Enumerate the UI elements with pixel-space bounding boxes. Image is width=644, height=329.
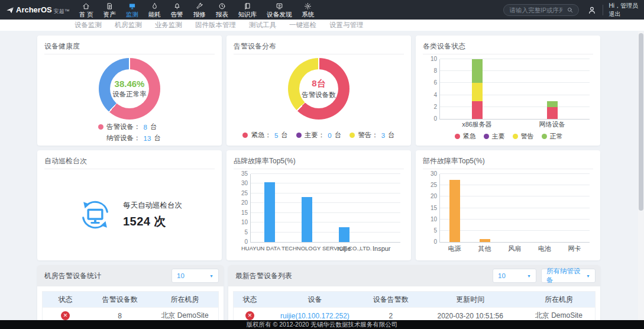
menu-item-monitor[interactable]: 监测: [126, 2, 138, 18]
health-percent-value: 38.46%: [115, 79, 145, 89]
y-axis-tick-label: 25: [241, 191, 248, 196]
legend-label: 正常: [550, 132, 563, 141]
column-header: 所在机房: [151, 292, 218, 307]
y-axis-tick-label: 4: [433, 92, 437, 98]
y-axis-tick-label: 30: [431, 171, 437, 177]
y-axis-tick-label: 0: [244, 239, 248, 245]
menu-item-system-gear[interactable]: 系统: [302, 2, 314, 18]
page-size-select[interactable]: 10 ▼: [171, 269, 219, 283]
table-cell: 2020-03-20 10:51:56: [418, 308, 523, 320]
search-box[interactable]: [503, 4, 579, 16]
chart-legend: 紧急主要警告正常: [423, 132, 594, 141]
room-stats-row: ✕8北京 DemoSite: [43, 307, 218, 320]
room-alarm-table: 状态告警设备数所在机房✕8北京 DemoSite: [42, 291, 219, 320]
logout-button[interactable]: 退出: [609, 10, 638, 18]
chevron-down-icon: ▼: [209, 274, 213, 278]
legend-unit: 台: [150, 122, 157, 131]
menu-item-device-discovery[interactable]: 设备发现: [267, 2, 292, 18]
brand-failure-bar-chart: 05101520253035HUAYUN DATA TECHNOLOGY SER…: [234, 172, 405, 256]
subnav-item-0[interactable]: 设备监测: [75, 22, 102, 29]
x-axis-label: HUAYUN DATA TECHNOLOGY SERVICE CO.,LTD.: [241, 245, 371, 251]
card-title: 机房告警设备统计: [44, 271, 167, 281]
column-header: 设备告警数: [364, 292, 418, 307]
search-input[interactable]: [509, 6, 564, 14]
legend-item: 警告: [513, 132, 534, 141]
menu-item-knowledge-book[interactable]: 知识库: [238, 2, 257, 18]
y-axis-tick-label: 25: [431, 182, 437, 188]
menu-item-label: 告警: [171, 11, 183, 18]
bar-value: [264, 182, 275, 242]
inspection-monitor-refresh-icon: [77, 196, 114, 233]
menu-item-alert-bell[interactable]: 告警: [171, 2, 183, 18]
menu-item-label: 知识库: [238, 11, 257, 18]
chart-plot-area: 051015202530: [439, 174, 590, 243]
health-percent-label: 设备正常率: [112, 90, 147, 99]
x-axis-labels: x86服务器网络设备: [439, 121, 590, 129]
bar-value: [480, 239, 490, 242]
y-axis-tick-label: 30: [241, 180, 248, 186]
scrollbar-thumb[interactable]: [639, 33, 643, 211]
error-status-icon: ✕: [61, 311, 70, 320]
brand-suffix: 安超™: [54, 8, 70, 15]
table-cell: 北京 DemoSite: [151, 308, 218, 320]
menu-item-assets[interactable]: 资产: [103, 2, 116, 18]
subnav-item-3[interactable]: 固件版本管理: [195, 22, 236, 29]
page-size-select[interactable]: 10 ▼: [493, 269, 536, 283]
footer-bar: 版权所有 © 2012-2020 无锡华云数据技术服务有限公司: [0, 320, 644, 329]
gridline: [440, 59, 590, 59]
menu-item-report-clock[interactable]: 报表: [216, 2, 228, 18]
bar: [510, 174, 520, 242]
card-title: 部件故障率Top5(%): [423, 156, 485, 166]
legend-label: 主要: [492, 132, 505, 141]
menu-item-home[interactable]: 首 页: [79, 2, 93, 18]
cards-row-1: 设备健康度 38.46% 设备正常率 告警设备：8台纳管设备：13台 告警设备分…: [37, 36, 600, 146]
subnav-item-2[interactable]: 业务监测: [155, 22, 182, 29]
legend-item: 纳管设备：13台: [98, 134, 161, 143]
subnav-item-6[interactable]: 设置与管理: [329, 22, 364, 29]
legend-label: 主要：: [305, 131, 325, 140]
card-header: 最新告警设备列表 10 ▼ 所有纳管设备 ▼: [228, 265, 600, 286]
card-latest-alarms: 最新告警设备列表 10 ▼ 所有纳管设备 ▼ 状态设备设备告警数更新时间所在机房…: [228, 265, 600, 320]
user-icon[interactable]: [587, 5, 597, 15]
menu-item-repair-wrench[interactable]: 报修: [193, 2, 206, 18]
menu-item-energy[interactable]: 能耗: [148, 2, 161, 18]
top-navbar: ArcherOS 安超™ 首 页资产监测能耗告警报修报表知识库设备发现系统 Hi…: [0, 0, 644, 20]
component-failure-bar-chart: 051015202530电源其他风扇电池网卡: [423, 172, 594, 256]
repair-wrench-icon: [196, 2, 203, 10]
alert-count-label: 告警设备数: [302, 91, 336, 99]
error-status-icon: ✕: [245, 311, 254, 320]
search-icon[interactable]: [567, 7, 574, 14]
legend-item: 正常: [542, 132, 563, 141]
card-device-status: 各类设备状态 0246810x86服务器网络设备紧急主要警告正常: [416, 36, 600, 146]
inspection-count: 1524 次: [123, 214, 182, 230]
bar: [376, 174, 387, 242]
legend-dot-icon: [455, 134, 460, 139]
bar-segment-正常: [547, 101, 558, 107]
device-filter-select[interactable]: 所有纳管设备 ▼: [541, 269, 596, 283]
x-axis-labels: HUAYUN DATA TECHNOLOGY SERVICE CO.,LTD.r…: [250, 245, 400, 253]
monitor-icon: [128, 2, 136, 10]
subnav-item-4[interactable]: 测试工具: [249, 22, 276, 29]
page-scrollbar: [638, 31, 644, 320]
subnav-item-5[interactable]: 一键巡检: [289, 22, 316, 29]
y-axis-tick-label: 0: [433, 116, 437, 122]
system-gear-icon: [304, 2, 312, 10]
card-auto-inspection: 自动巡检台次 每天自动巡检台次 1524: [37, 150, 222, 260]
subnav-item-1[interactable]: 机房监测: [115, 22, 142, 29]
device-link[interactable]: ruijie(10.100.172.252): [280, 312, 349, 320]
card-title: 最新告警设备列表: [235, 271, 488, 281]
user-info: Hi，管理员 退出: [609, 2, 638, 18]
bar-segment-紧急: [472, 101, 483, 119]
legend-label: 紧急：: [251, 131, 271, 140]
legend-value: 3: [381, 132, 385, 139]
y-axis-tick-label: 5: [244, 230, 248, 236]
report-clock-icon: [218, 2, 226, 10]
bar: [569, 174, 580, 242]
device-status-bar-chart: 0246810x86服务器网络设备紧急主要警告正常: [423, 57, 594, 141]
alert-bell-icon: [173, 2, 181, 10]
x-axis-label: 其他: [478, 245, 491, 253]
card-title: 各类设备状态: [423, 41, 465, 51]
legend-label: 告警设备：: [106, 122, 141, 131]
card-title: 设备健康度: [44, 41, 80, 51]
y-axis-tick-label: 6: [433, 80, 437, 86]
